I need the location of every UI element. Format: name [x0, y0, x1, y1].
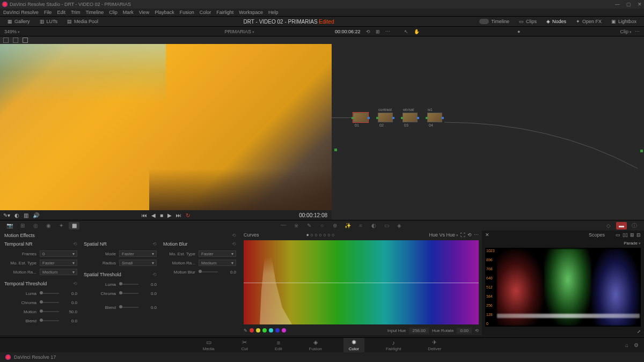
cyan-dot[interactable]: [269, 328, 273, 333]
bullet-icon[interactable]: ●: [517, 29, 520, 34]
sluma-slider[interactable]: [119, 284, 138, 285]
node-03[interactable]: wb/sat 03: [402, 113, 418, 122]
arrow-icon[interactable]: ↖: [404, 29, 408, 34]
gallery-toggle[interactable]: ▦Gallery: [4, 18, 33, 25]
curves-mode-dropdown[interactable]: Hue Vs Hue: [429, 232, 458, 238]
first-frame-button[interactable]: ⏮: [142, 212, 147, 218]
menu-item[interactable]: Timeline: [86, 10, 104, 15]
green-dot[interactable]: [262, 328, 267, 333]
menu-item[interactable]: Color: [200, 10, 211, 15]
reset-icon[interactable]: ⟲: [152, 241, 157, 247]
mbest-select[interactable]: Faster▾: [199, 250, 236, 257]
prev-frame-button[interactable]: ◀: [151, 212, 156, 218]
hue-curve-editor[interactable]: [244, 240, 479, 324]
red-dot[interactable]: [250, 328, 254, 333]
menu-item[interactable]: Playback: [155, 10, 174, 15]
reset-all-icon[interactable]: ⟲: [232, 233, 236, 238]
tab-qualifier[interactable]: ✎: [304, 222, 314, 230]
sblend-slider[interactable]: [119, 307, 138, 308]
tab-rgb-mixer[interactable]: ✦: [56, 222, 67, 230]
menu-item[interactable]: Clip: [109, 10, 118, 15]
tab-fusion[interactable]: ◈Fusion: [304, 338, 327, 352]
mbra-select[interactable]: Medium▾: [199, 260, 236, 266]
tab-color-checker[interactable]: ⊞: [17, 222, 28, 230]
tluma-slider[interactable]: [40, 293, 59, 294]
gallery-slot[interactable]: [13, 38, 18, 43]
tab-tracking[interactable]: ⊕: [330, 222, 340, 230]
mblur-slider[interactable]: [199, 271, 218, 272]
tab-window[interactable]: ○: [317, 222, 327, 230]
play-button[interactable]: ▶: [167, 212, 172, 218]
layout-icon[interactable]: ⊞: [630, 232, 634, 238]
menu-item[interactable]: Fusion: [180, 10, 194, 15]
hue-rotate-value[interactable]: 0.00: [457, 328, 472, 334]
node-01[interactable]: 01: [353, 113, 368, 122]
menu-item[interactable]: Fairlight: [216, 10, 233, 15]
expand-icon[interactable]: ⛶: [460, 232, 465, 238]
schroma-slider[interactable]: [119, 293, 138, 294]
tab-blur[interactable]: ≈: [355, 222, 366, 230]
tmotion-slider[interactable]: [40, 311, 59, 312]
tblend-slider[interactable]: [40, 320, 59, 321]
settings-icon[interactable]: ⚙: [634, 342, 639, 348]
menu-item[interactable]: Help: [268, 10, 279, 15]
picker-icon[interactable]: ✎: [244, 328, 247, 333]
mode-select[interactable]: Faster▾: [119, 250, 157, 257]
yellow-dot[interactable]: [256, 328, 260, 333]
tab-sizing[interactable]: ▭: [381, 222, 392, 230]
menu-item[interactable]: Mark: [123, 10, 134, 15]
close-scope-icon[interactable]: ✕: [485, 232, 489, 238]
close-button[interactable]: ✕: [638, 2, 642, 7]
tab-scopes-toggle[interactable]: ▬: [616, 222, 627, 230]
stop-button[interactable]: ■: [160, 212, 163, 218]
tab-keyframes[interactable]: ◇: [603, 222, 614, 230]
luts-toggle[interactable]: ▥LUTs: [36, 18, 61, 25]
motionra-select[interactable]: Medium▾: [40, 269, 77, 275]
grid-icon[interactable]: ⊞: [376, 29, 380, 34]
lightbox-toggle[interactable]: ▣Lightbox: [608, 18, 640, 25]
zoom-dropdown[interactable]: 349%: [4, 29, 20, 34]
tab-wheels[interactable]: ◎: [30, 222, 41, 230]
split-icon[interactable]: ▥: [24, 212, 28, 218]
refresh-icon[interactable]: ⟲: [366, 29, 370, 34]
reset-icon[interactable]: ⟲: [152, 272, 157, 277]
node-graph[interactable]: 01 contrast 02 wb/sat 03 w1 04: [332, 44, 644, 220]
menu-item[interactable]: DaVinci Resolve: [3, 10, 39, 15]
clip-dropdown[interactable]: Clip: [620, 29, 632, 34]
wipe-icon[interactable]: ◐: [14, 212, 19, 218]
reset-icon[interactable]: ⟲: [73, 281, 77, 286]
blue-dot[interactable]: [275, 328, 280, 333]
tab-warper[interactable]: ※: [291, 222, 302, 230]
tab-fairlight[interactable]: ♪Fairlight: [380, 338, 406, 352]
node-02[interactable]: contrast 02: [378, 113, 393, 122]
reset-icon[interactable]: ⟲: [475, 328, 479, 333]
magenta-dot[interactable]: [282, 328, 286, 333]
loop-button[interactable]: ↻: [186, 212, 190, 218]
menu-item[interactable]: Workspace: [239, 10, 263, 15]
hand-icon[interactable]: ✋: [414, 29, 420, 34]
layout-icon[interactable]: ▯▯: [623, 232, 628, 238]
home-icon[interactable]: ⌂: [625, 342, 628, 348]
reset-icon[interactable]: ⟲: [232, 241, 236, 247]
frames-select[interactable]: 0▾: [40, 250, 77, 257]
mediapool-toggle[interactable]: ▤Media Pool: [64, 18, 101, 25]
menu-item[interactable]: File: [44, 10, 52, 15]
more-icon[interactable]: ⋯: [385, 29, 390, 34]
maximize-button[interactable]: ▢: [626, 2, 631, 7]
picker-icon[interactable]: ✎▾: [3, 212, 10, 218]
tab-deliver[interactable]: ✈Deliver: [422, 338, 447, 352]
graph-input[interactable]: [334, 149, 337, 151]
audio-icon[interactable]: 🔊: [33, 212, 39, 218]
reset-icon[interactable]: ⟲: [73, 241, 77, 247]
minimize-button[interactable]: —: [615, 2, 620, 7]
timeline-toggle[interactable]: Timeline: [476, 18, 513, 25]
tab-3d[interactable]: ◈: [394, 222, 405, 230]
gallery-slot[interactable]: [23, 38, 28, 43]
options-icon[interactable]: ⋯: [635, 29, 640, 34]
tab-hdr[interactable]: ◉: [43, 222, 54, 230]
tab-curves[interactable]: 〰: [278, 222, 289, 230]
tab-cut[interactable]: ✂Cut: [236, 338, 253, 352]
tab-color[interactable]: ✺Color: [343, 338, 364, 352]
menu-item[interactable]: Edit: [57, 10, 65, 15]
clips-toggle[interactable]: ▭Clips: [516, 18, 540, 25]
